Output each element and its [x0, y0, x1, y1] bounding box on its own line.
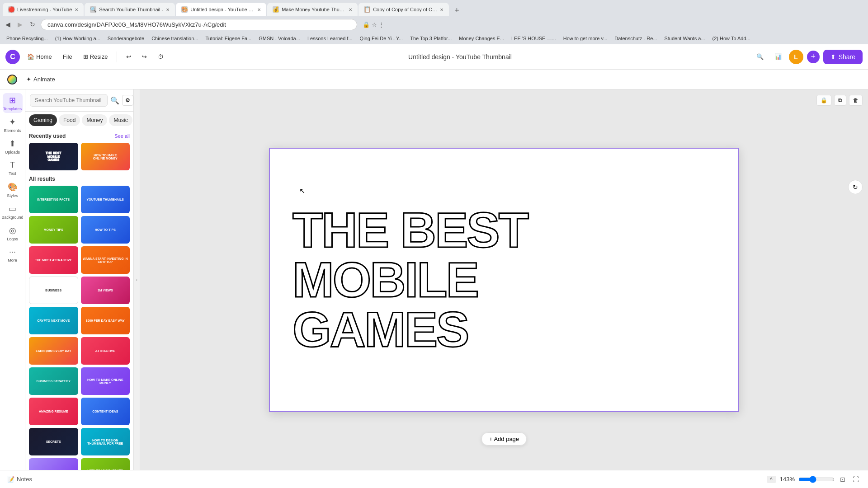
reload-button[interactable]: ↻	[28, 19, 37, 30]
template-secrets[interactable]: SECRETS	[29, 428, 78, 455]
bookmark-3[interactable]: Sonderangebote	[105, 35, 147, 42]
template-1m-views[interactable]: 1M VIEWS	[81, 277, 130, 304]
tab-copy[interactable]: 📋 Copy of Copy of Copy of Co... ✕	[359, 3, 449, 16]
search-icon[interactable]: 🔍	[110, 96, 119, 105]
redo-button[interactable]: ↪	[138, 51, 151, 63]
sidebar-item-more[interactable]: ··· More	[3, 245, 23, 265]
cat-food[interactable]: Food	[59, 114, 80, 126]
panel-collapse-handle[interactable]: ‹	[134, 89, 140, 470]
sidebar-item-templates[interactable]: ⊞ Templates	[3, 93, 23, 113]
template-attractive-1[interactable]: THE MOST ATTRACTIVE	[29, 246, 78, 274]
template-earn-500[interactable]: EARN $500 EVERY DAY	[29, 337, 78, 365]
sidebar-item-background[interactable]: ▭ Background	[3, 202, 23, 221]
tab-label-3: Untitled design - YouTube Th...	[190, 7, 255, 12]
template-interesting-facts[interactable]: INTERESTING FACTS	[29, 186, 78, 213]
animate-button[interactable]: ✦ Animate	[23, 74, 59, 84]
page-indicator[interactable]: ^	[767, 476, 776, 483]
new-tab-button[interactable]: +	[452, 5, 462, 16]
template-resume[interactable]: AMAZING RESUME	[29, 398, 78, 425]
user-avatar[interactable]: L	[789, 50, 803, 64]
search-icon-btn[interactable]: 🔍	[753, 51, 767, 63]
tab-canva-active[interactable]: 🎨 Untitled design - YouTube Th... ✕	[176, 3, 266, 16]
template-crypto-move[interactable]: CRYPTO NEXT MOVE	[29, 307, 78, 334]
address-bar-input[interactable]	[41, 19, 357, 30]
bookmark-14[interactable]: Student Wants a...	[661, 35, 708, 42]
template-make-money-online[interactable]: HOW TO MAKE MONEY ONLINE	[81, 458, 130, 470]
tab-money[interactable]: 💰 Make Money Youtube Thumb... ✕	[267, 3, 358, 16]
sidebar-item-logos[interactable]: ◎ Logos	[3, 223, 23, 243]
bookmark-2[interactable]: (1) How Working a...	[52, 35, 103, 42]
recent-template-1[interactable]: THE BESTMOBILEGAMES	[29, 143, 78, 170]
fullscreen-button[interactable]: ⛶	[851, 474, 861, 485]
sidebar-item-elements[interactable]: ✦ Elements	[3, 115, 23, 135]
bookmark-13[interactable]: Datenschutz - Re...	[612, 35, 660, 42]
fit-page-button[interactable]: ⊡	[838, 474, 847, 485]
template-tips[interactable]: HOW TO TIPS	[81, 216, 130, 244]
template-youtube[interactable]: YOUTUBE THUMBNAILS	[81, 186, 130, 213]
canvas-main-text[interactable]: THE BESTMOBILEGAMES	[292, 205, 528, 354]
template-content-ideas[interactable]: CONTENT IDEAS	[81, 398, 130, 425]
color-picker-btn[interactable]	[7, 75, 17, 84]
sidebar-item-styles[interactable]: 🎨 Styles	[3, 180, 23, 200]
see-all-button[interactable]: See all	[114, 133, 130, 139]
resize-button[interactable]: ⊞ Resize	[80, 51, 112, 63]
analytics-button[interactable]: 📊	[771, 51, 785, 63]
browser-chrome: 🔴 Livestreaming - YouTube ✕ 🔍 Search You…	[0, 0, 868, 44]
template-biz-strategy[interactable]: BUSINESS STRATEGY	[29, 367, 78, 395]
tab-livestreaming[interactable]: 🔴 Livestreaming - YouTube ✕	[3, 3, 84, 16]
bookmark-7[interactable]: Lessons Learned f...	[305, 35, 355, 42]
add-page-button[interactable]: + Add page	[481, 432, 527, 446]
bookmark-11[interactable]: LEE 'S HOUSE —...	[509, 35, 559, 42]
sidebar-item-uploads[interactable]: ⬆ Uploads	[3, 136, 23, 156]
canva-logo[interactable]: C	[5, 50, 20, 64]
notes-button[interactable]: 📝 Notes	[7, 476, 32, 483]
tab-close-2[interactable]: ✕	[166, 7, 170, 12]
notes-icon: 📝	[7, 476, 14, 483]
timer-button[interactable]: ⏱	[154, 51, 167, 63]
template-thumbnail-design[interactable]: HOW TO DESIGN THUMBNAIL FOR FREE	[81, 428, 130, 455]
canvas-wrapper[interactable]: THE BESTMOBILEGAMES	[269, 148, 739, 412]
tab-search[interactable]: 🔍 Search YouTube Thumbnail - ✕	[85, 3, 175, 16]
cat-gaming[interactable]: Gaming	[29, 114, 57, 126]
template-business-plain[interactable]: BUSINESS	[29, 277, 78, 304]
template-crypto-invest[interactable]: WANNA START INVESTING IN CRYPTO?	[81, 246, 130, 274]
cat-music[interactable]: Music	[109, 114, 132, 126]
search-input[interactable]	[30, 94, 108, 107]
recent-template-2[interactable]: HOW TO MAKEONLINE MONEY	[81, 143, 130, 170]
sidebar-styles-label: Styles	[7, 193, 18, 198]
template-sunrise[interactable]: SUNRISE	[29, 458, 78, 470]
refresh-button[interactable]: ↻	[848, 180, 863, 194]
bookmark-5[interactable]: Tutorial: Eigene Fa...	[203, 35, 254, 42]
bookmark-10[interactable]: Money Changes E...	[456, 35, 507, 42]
add-collaborator-button[interactable]: +	[807, 51, 820, 63]
animate-bar: ✦ Animate	[0, 70, 868, 89]
delete-page-button[interactable]: 🗑	[849, 95, 863, 106]
tab-close-3[interactable]: ✕	[257, 7, 261, 12]
bookmark-15[interactable]: (2) How To Add...	[710, 35, 753, 42]
bookmark-12[interactable]: How to get more v...	[561, 35, 610, 42]
template-attractive-2[interactable]: ATTRACTIVE	[81, 337, 130, 365]
file-button[interactable]: File	[59, 51, 76, 63]
template-online-money[interactable]: HOW TO MAKE ONLINE MONEY	[81, 367, 130, 395]
back-button[interactable]: ◀	[4, 19, 12, 30]
bookmark-9[interactable]: The Top 3 Platfor...	[407, 35, 454, 42]
bookmark-1[interactable]: Phone Recycling...	[4, 35, 51, 42]
cat-money[interactable]: Money	[82, 114, 107, 126]
bookmark-6[interactable]: GMSN - Voloada...	[256, 35, 303, 42]
share-button[interactable]: ⬆ Share	[823, 50, 863, 64]
tab-close-4[interactable]: ✕	[349, 7, 352, 12]
tab-close-5[interactable]: ✕	[440, 7, 443, 12]
lock-button[interactable]: 🔒	[816, 95, 831, 106]
undo-button[interactable]: ↩	[123, 51, 135, 63]
bookmark-8[interactable]: Qing Fei De Yi - Y...	[357, 35, 406, 42]
zoom-slider[interactable]	[798, 476, 835, 483]
template-500-day[interactable]: $500 PER DAY EASY WAY	[81, 307, 130, 334]
tab-close[interactable]: ✕	[75, 7, 78, 12]
sidebar-item-text[interactable]: T Text	[3, 158, 23, 178]
template-money[interactable]: MONEY TIPS	[29, 216, 78, 244]
duplicate-page-button[interactable]: ⧉	[834, 95, 846, 106]
filter-button[interactable]: ⚙	[122, 95, 133, 106]
forward-button[interactable]: ▶	[16, 19, 24, 30]
home-button[interactable]: 🏠 Home	[24, 51, 56, 63]
bookmark-4[interactable]: Chinese translation...	[149, 35, 201, 42]
